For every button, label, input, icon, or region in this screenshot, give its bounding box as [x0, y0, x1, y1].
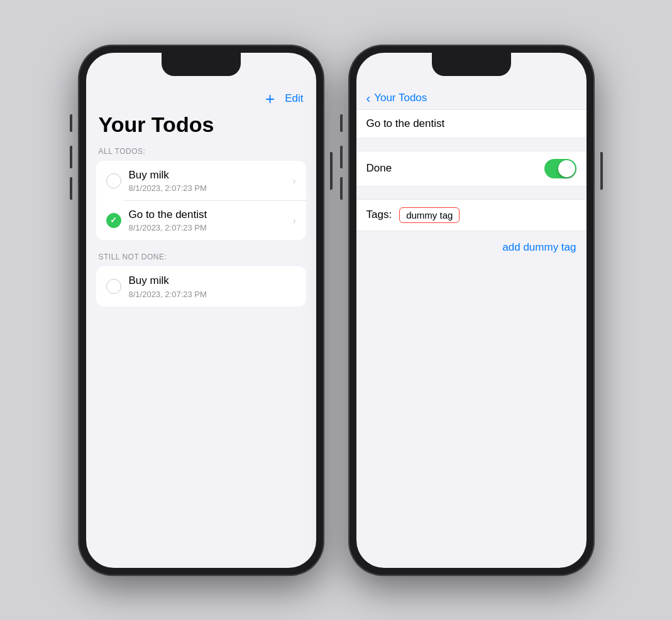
nav-bar-2: ‹ Your Todos	[356, 85, 587, 109]
list-item[interactable]: Go to the dentist 8/1/2023, 2:07:23 PM ›	[96, 200, 306, 240]
add-dummy-tag-button[interactable]: add dummy tag	[502, 241, 576, 254]
check-circle-empty-1[interactable]	[106, 173, 121, 188]
volume-up-button	[70, 146, 72, 168]
item-date-2: 8/1/2023, 2:07:23 PM	[129, 223, 288, 232]
done-toggle[interactable]	[544, 159, 576, 178]
toggle-thumb	[558, 160, 575, 177]
back-chevron-icon: ‹	[366, 92, 371, 104]
item-title-2: Go to the dentist	[129, 208, 288, 222]
done-row: Done	[356, 151, 587, 186]
item-text-block-1: Buy milk 8/1/2023, 2:07:23 PM	[129, 168, 288, 193]
chevron-right-icon-2: ›	[293, 215, 296, 226]
item-text-block-2: Go to the dentist 8/1/2023, 2:07:23 PM	[129, 208, 288, 232]
done-label: Done	[366, 162, 544, 175]
chevron-right-icon-1: ›	[293, 176, 296, 186]
power-button	[330, 152, 333, 190]
phone-screen-2: ‹ Your Todos Done Tags: dummy	[356, 53, 587, 568]
notch-1	[162, 53, 241, 76]
silent-button	[70, 114, 72, 132]
check-circle-done-1[interactable]	[106, 213, 121, 228]
phone1-content: + Edit Your Todos ALL TODOS: Buy milk 8/…	[86, 53, 316, 568]
volume-down-button	[70, 177, 72, 200]
phone2-content: ‹ Your Todos Done Tags: dummy	[356, 53, 587, 568]
still-not-done-header: STILL NOT DONE:	[86, 253, 316, 266]
nav-bar-1: + Edit	[86, 85, 316, 107]
notch-2	[432, 53, 511, 76]
item-title-3: Buy milk	[129, 274, 296, 288]
item-title-1: Buy milk	[129, 168, 288, 182]
list-item[interactable]: Buy milk 8/1/2023, 2:07:23 PM ›	[96, 161, 306, 200]
edit-button[interactable]: Edit	[285, 92, 303, 105]
power-button-2	[600, 152, 603, 190]
item-date-1: 8/1/2023, 2:07:23 PM	[129, 183, 288, 193]
tags-row: Tags: dummy tag	[356, 200, 587, 231]
back-label: Your Todos	[374, 92, 427, 104]
phone-frame-2: ‹ Your Todos Done Tags: dummy	[349, 45, 594, 575]
volume-down-button-2	[340, 177, 343, 200]
page-title: Your Todos	[86, 107, 316, 148]
check-circle-empty-2[interactable]	[106, 279, 121, 294]
all-todos-list: Buy milk 8/1/2023, 2:07:23 PM › Go to th…	[96, 161, 306, 240]
still-not-done-list: Buy milk 8/1/2023, 2:07:23 PM	[96, 266, 306, 306]
add-tag-container: add dummy tag	[356, 231, 587, 254]
list-item[interactable]: Buy milk 8/1/2023, 2:07:23 PM	[96, 266, 306, 306]
done-section: Done	[356, 151, 587, 187]
item-text-block-3: Buy milk 8/1/2023, 2:07:23 PM	[129, 274, 296, 298]
all-todos-header: ALL TODOS:	[86, 147, 316, 161]
tags-label: Tags:	[366, 209, 392, 221]
phone-screen-1: + Edit Your Todos ALL TODOS: Buy milk 8/…	[86, 53, 316, 568]
back-button[interactable]: ‹ Your Todos	[366, 92, 427, 104]
volume-up-button-2	[340, 146, 343, 168]
todo-title-input[interactable]	[356, 109, 587, 138]
add-button[interactable]: +	[265, 90, 275, 107]
item-date-3: 8/1/2023, 2:07:23 PM	[129, 290, 296, 299]
tags-section: Tags: dummy tag	[356, 199, 587, 231]
phone-frame-1: + Edit Your Todos ALL TODOS: Buy milk 8/…	[79, 45, 324, 575]
tag-badge[interactable]: dummy tag	[399, 207, 460, 223]
silent-button-2	[340, 114, 343, 132]
